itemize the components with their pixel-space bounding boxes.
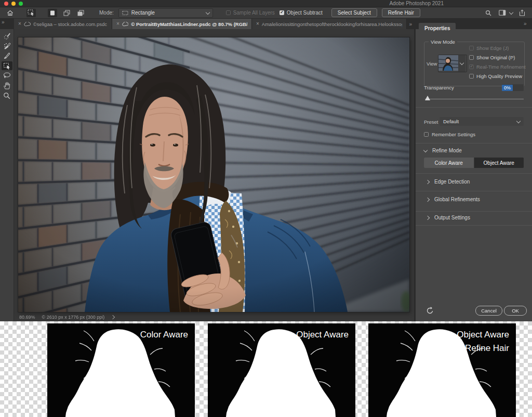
- new-selection-icon[interactable]: [48, 9, 57, 17]
- tab-overflow-chevrons[interactable]: »: [407, 19, 414, 29]
- slider-handle[interactable]: [425, 96, 430, 100]
- select-subject-button[interactable]: Select Subject: [331, 8, 377, 17]
- refine-mode-header[interactable]: Refine Mode: [424, 148, 462, 153]
- view-label: View: [427, 61, 437, 67]
- subtract-selection-icon[interactable]: [76, 9, 85, 17]
- output-settings-section[interactable]: Output Settings: [426, 215, 470, 220]
- chevron-down-icon[interactable]: [423, 148, 428, 152]
- real-time-refinement-checkbox: Real-Time Refinement: [469, 64, 523, 70]
- lasso-tool[interactable]: [2, 71, 12, 80]
- divider: [416, 173, 532, 174]
- document-canvas[interactable]: 80.69% © 2610 px x 1776 px (300 ppi): [15, 29, 414, 321]
- refine-edge-brush-tool[interactable]: [2, 42, 12, 50]
- checkbox-icon[interactable]: [469, 55, 474, 60]
- mask-object-aware-refine-hair: Object Aware + Refine Hair: [368, 323, 516, 417]
- mode-value: Rectangle: [131, 10, 155, 16]
- divider: [416, 225, 532, 226]
- chevron-right-icon[interactable]: [425, 197, 430, 201]
- document-info[interactable]: © 2610 px x 1776 px (300 ppi): [42, 315, 105, 320]
- object-selection-tool-icon[interactable]: [26, 9, 36, 17]
- portrait-photo[interactable]: [18, 37, 409, 312]
- mask-object-aware: Object Aware: [208, 323, 355, 417]
- preset-label: Preset: [424, 119, 438, 125]
- checkbox-icon[interactable]: [469, 74, 474, 79]
- transparency-input[interactable]: 0%: [502, 84, 524, 91]
- chevron-down-icon[interactable]: [458, 55, 466, 72]
- object-selection-tool[interactable]: [2, 61, 12, 70]
- chevron-down-icon[interactable]: [509, 10, 513, 14]
- toolbar-collapse-chevrons[interactable]: »: [0, 19, 14, 29]
- tab-title[interactable]: ©seligaa – stock.adobe.com.psdc: [33, 21, 107, 27]
- checkbox-checked-icon: [469, 64, 474, 69]
- view-thumbnail[interactable]: [438, 55, 458, 71]
- transparency-slider[interactable]: [425, 96, 524, 102]
- edge-detection-section[interactable]: Edge Detection: [426, 179, 470, 185]
- preset-value: Default: [443, 119, 459, 124]
- view-dropdown[interactable]: [438, 55, 467, 72]
- divider: [416, 107, 532, 108]
- document-tab-3[interactable]: × Amalelionissittingonthetopoftherockloo…: [252, 19, 407, 29]
- properties-panel-tab[interactable]: Properties: [419, 23, 456, 33]
- global-refinements-section[interactable]: Global Refinements: [426, 197, 480, 202]
- chevron-right-icon[interactable]: [425, 215, 430, 219]
- panel-overflow-chevrons[interactable]: »: [524, 21, 527, 27]
- title-bar: Adobe Photoshop 2021: [0, 0, 532, 7]
- home-icon[interactable]: [5, 9, 15, 17]
- photoshop-window: Adobe Photoshop 2021 Mode: Rectangle Sam…: [0, 0, 532, 417]
- tab-title[interactable]: © PortraitByMatthiasLindner.psdc @ 80.7%…: [131, 21, 247, 27]
- refine-hair-button[interactable]: Refine Hair: [382, 8, 420, 17]
- view-mode-group: View Mode View S: [424, 42, 525, 86]
- status-bar: 80.69% © 2610 px x 1776 px (300 ppi): [19, 315, 114, 320]
- remember-settings-checkbox[interactable]: Remember Settings: [424, 132, 475, 137]
- add-selection-icon[interactable]: [62, 9, 71, 17]
- preset-dropdown[interactable]: Default: [440, 117, 524, 126]
- mask-label: Object Aware + Refine Hair: [457, 328, 509, 355]
- checkbox-checked-icon[interactable]: [280, 10, 284, 15]
- reset-icon[interactable]: [426, 306, 435, 316]
- slider-track[interactable]: [425, 99, 524, 99]
- document-tab-1[interactable]: × ©seligaa – stock.adobe.com.psdc: [14, 19, 112, 29]
- select-mask-toolbar: [0, 29, 14, 321]
- checkbox-icon: [469, 46, 474, 50]
- chevron-down-icon: [206, 10, 210, 14]
- object-aware-option[interactable]: Object Aware: [474, 158, 524, 168]
- zoom-tool[interactable]: [2, 91, 12, 100]
- cancel-button[interactable]: Cancel: [475, 306, 502, 316]
- view-mode-legend: View Mode: [429, 39, 457, 45]
- object-subtract-checkbox[interactable]: Object Subtract: [280, 10, 323, 16]
- hand-tool[interactable]: [2, 81, 12, 90]
- close-tab-icon[interactable]: ×: [116, 21, 119, 27]
- properties-panel: View Mode View S: [414, 29, 532, 321]
- ok-button[interactable]: OK: [504, 306, 527, 316]
- refine-mode-toggle: Color Aware Object Aware: [424, 158, 524, 168]
- chevron-right-icon[interactable]: [111, 315, 115, 319]
- transparency-label: Transparency: [424, 85, 454, 90]
- checkbox-icon[interactable]: [424, 132, 429, 137]
- cloud-document-icon: [122, 22, 129, 27]
- window-title: Adobe Photoshop 2021: [0, 1, 527, 6]
- marquee-rectangle-icon: [122, 10, 128, 16]
- transparency-row: Transparency 0%: [424, 84, 524, 91]
- tab-title[interactable]: Amalelionissittingonthetopoftherocklooki…: [262, 21, 403, 27]
- color-aware-option[interactable]: Color Aware: [424, 158, 474, 168]
- mask-comparison-strip: Color Aware Object Aware Object Aware + …: [0, 321, 532, 417]
- mask-label: Color Aware: [140, 328, 188, 342]
- brush-tool[interactable]: [2, 51, 12, 60]
- document-tab-2-active[interactable]: × © PortraitByMatthiasLindner.psdc @ 80.…: [112, 19, 252, 29]
- show-original-checkbox[interactable]: Show Original (P): [469, 55, 523, 60]
- search-icon[interactable]: [484, 9, 493, 17]
- close-tab-icon[interactable]: ×: [256, 21, 259, 27]
- divider: [416, 191, 532, 191]
- mode-dropdown[interactable]: Rectangle: [118, 8, 213, 18]
- zoom-level[interactable]: 80.69%: [19, 315, 35, 320]
- close-tab-icon[interactable]: ×: [18, 21, 21, 27]
- transparency-value[interactable]: 0%: [502, 85, 513, 91]
- high-quality-preview-checkbox[interactable]: High Quality Preview: [469, 73, 523, 79]
- quick-selection-tool[interactable]: [2, 32, 12, 41]
- divider: [416, 211, 532, 212]
- workspace-icon[interactable]: [498, 9, 507, 17]
- chevron-right-icon[interactable]: [425, 179, 430, 184]
- divider: [416, 143, 532, 144]
- checkbox-icon: [226, 10, 231, 15]
- share-icon[interactable]: [517, 9, 527, 17]
